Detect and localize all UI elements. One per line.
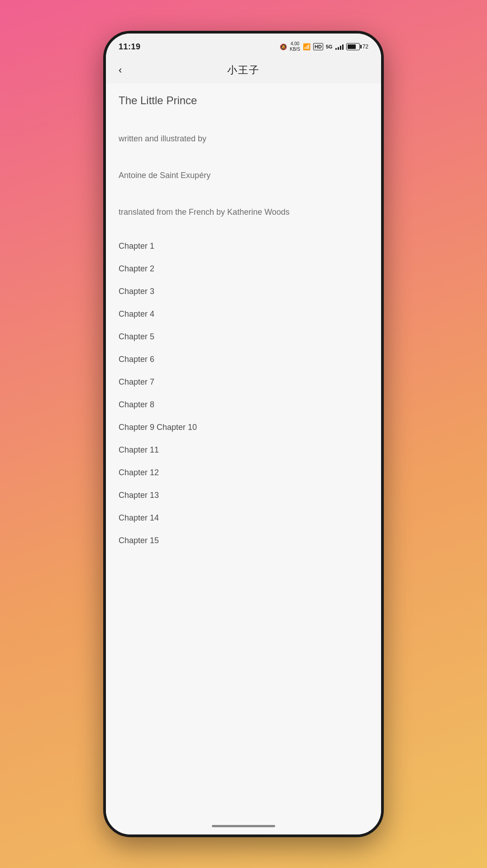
nav-bar: ‹ 小王子 [106, 57, 381, 83]
battery-level: 72 [363, 43, 368, 50]
chapter-item-1[interactable]: Chapter 1 [119, 235, 368, 258]
signal-bar-1 [335, 48, 337, 50]
back-button[interactable]: ‹ [115, 62, 125, 79]
book-title: The Little Prince [119, 94, 368, 107]
status-icons: 🔕 4.00KB/S 📶 HD 5G 72 [280, 41, 368, 52]
signal-bar-2 [338, 47, 339, 50]
translator-label: translated from the French by Katherine … [119, 207, 368, 217]
speed-indicator: 4.00KB/S [290, 41, 300, 52]
chapter-item-7[interactable]: Chapter 7 [119, 371, 368, 394]
content-area: The Little Prince written and illustrate… [106, 83, 381, 834]
chapter-item-10[interactable]: Chapter 11 [119, 439, 368, 462]
chapter-item-11[interactable]: Chapter 12 [119, 462, 368, 484]
signal-bar-3 [340, 46, 341, 50]
hd-badge: HD [313, 43, 323, 50]
battery-icon [346, 43, 360, 50]
chapter-item-13[interactable]: Chapter 14 [119, 507, 368, 530]
signal-bar-4 [342, 44, 344, 50]
chapter-item-5[interactable]: Chapter 5 [119, 326, 368, 348]
chapter-item-2[interactable]: Chapter 2 [119, 258, 368, 280]
chapter-item-14[interactable]: Chapter 15 [119, 530, 368, 552]
chapter-item-9[interactable]: Chapter 9 Chapter 10 [119, 416, 368, 439]
chapter-list: Chapter 1Chapter 2Chapter 3Chapter 4Chap… [119, 235, 368, 552]
status-time: 11:19 [119, 42, 141, 52]
wifi-icon: 📶 [303, 43, 310, 50]
phone-frame: 11:19 🔕 4.00KB/S 📶 HD 5G 72 [103, 31, 384, 837]
status-bar: 11:19 🔕 4.00KB/S 📶 HD 5G 72 [106, 34, 381, 57]
battery-fill [348, 44, 356, 49]
chapter-item-8[interactable]: Chapter 8 [119, 394, 368, 416]
author-name: Antoine de Saint Exupéry [119, 171, 368, 180]
written-by-label: written and illustrated by [119, 134, 368, 144]
5g-badge: 5G [326, 44, 333, 49]
chapter-item-6[interactable]: Chapter 6 [119, 348, 368, 371]
chapter-item-12[interactable]: Chapter 13 [119, 484, 368, 507]
page-title: 小王子 [227, 63, 260, 77]
signal-bars-icon [335, 43, 344, 50]
scroll-indicator [212, 825, 275, 827]
chapter-item-4[interactable]: Chapter 4 [119, 303, 368, 326]
chapter-item-3[interactable]: Chapter 3 [119, 280, 368, 303]
mute-icon: 🔕 [280, 43, 287, 50]
